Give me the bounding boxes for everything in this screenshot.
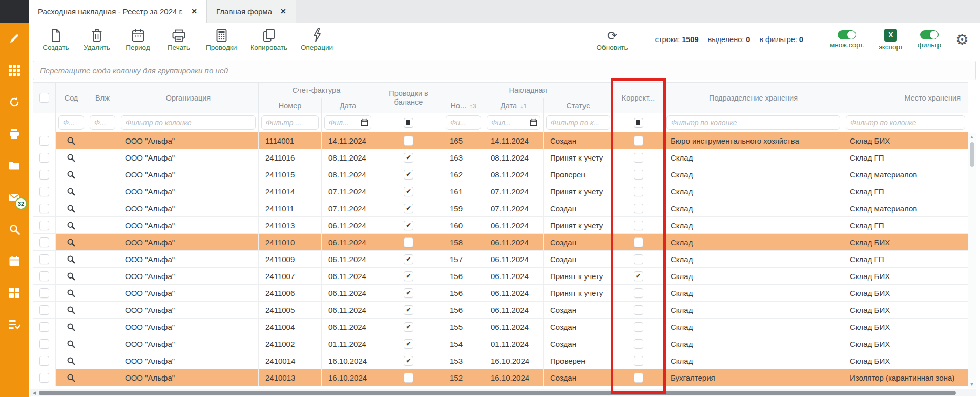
location-filter-input[interactable] bbox=[846, 115, 965, 130]
correction-filter-checkbox[interactable] bbox=[634, 118, 643, 128]
table-row[interactable]: ООО "Альфа"241100906.11.202415706.11.202… bbox=[33, 251, 968, 268]
close-icon[interactable]: ✕ bbox=[191, 7, 197, 15]
filter-toggle[interactable]: фильтр bbox=[918, 30, 941, 49]
column-header-department[interactable]: Подразделение хранения bbox=[664, 83, 843, 113]
sidebar-item-printer-queue[interactable] bbox=[0, 118, 29, 150]
sidebar-item-modules-grid[interactable] bbox=[0, 54, 29, 86]
column-header-invoice-date[interactable]: Дата bbox=[322, 98, 374, 113]
posted-checkbox[interactable] bbox=[404, 288, 413, 298]
table-row[interactable]: ООО "Альфа"241101306.11.202416006.11.202… bbox=[33, 217, 968, 234]
table-row[interactable]: ООО "Альфа"241101006.11.202415806.11.202… bbox=[33, 234, 968, 251]
sidebar-item-sync[interactable] bbox=[0, 86, 29, 118]
scroll-left-icon[interactable]: ◀ bbox=[30, 390, 39, 395]
correction-checkbox[interactable] bbox=[634, 221, 643, 230]
posted-checkbox[interactable] bbox=[404, 271, 413, 281]
posted-checkbox[interactable] bbox=[404, 356, 413, 366]
posted-checkbox[interactable] bbox=[404, 305, 413, 315]
row-select-checkbox[interactable] bbox=[39, 288, 49, 298]
number-filter-input[interactable] bbox=[446, 115, 481, 130]
magnifier-icon[interactable] bbox=[67, 170, 76, 180]
lightning-button[interactable]: Операции bbox=[301, 28, 333, 51]
row-select-checkbox[interactable] bbox=[39, 339, 49, 349]
posted-checkbox[interactable] bbox=[404, 339, 413, 349]
refresh-button[interactable]: ⟳ Обновить bbox=[597, 28, 628, 51]
select-all-checkbox[interactable] bbox=[39, 93, 49, 103]
select-all-header[interactable] bbox=[33, 83, 56, 113]
posted-filter-checkbox[interactable] bbox=[404, 118, 413, 128]
table-row[interactable]: ООО "Альфа"241001316.10.202415216.10.202… bbox=[33, 369, 968, 386]
magnifier-icon[interactable] bbox=[67, 153, 76, 163]
sidebar-item-mail[interactable]: 32 bbox=[0, 182, 29, 213]
vertical-scroll-thumb[interactable] bbox=[970, 142, 974, 167]
horizontal-scroll-thumb[interactable] bbox=[39, 391, 956, 395]
posted-checkbox[interactable] bbox=[404, 204, 413, 213]
correction-checkbox[interactable] bbox=[634, 170, 643, 180]
correction-checkbox[interactable] bbox=[634, 237, 643, 247]
tab-register-2024[interactable]: Расходная накладная - Реестр за 2024 г. … bbox=[29, 0, 206, 23]
correction-checkbox[interactable] bbox=[634, 153, 643, 163]
magnifier-icon[interactable] bbox=[67, 221, 76, 230]
invoice-date-filter-input[interactable] bbox=[324, 115, 371, 130]
sod-filter-input[interactable] bbox=[58, 115, 84, 130]
row-select-checkbox[interactable] bbox=[39, 170, 49, 180]
row-select-checkbox[interactable] bbox=[39, 187, 49, 196]
vlzh-filter-input[interactable] bbox=[90, 115, 115, 130]
sidebar-item-calendar[interactable] bbox=[0, 245, 29, 277]
sidebar-item-tasks-checklist[interactable] bbox=[0, 309, 29, 341]
row-select-checkbox[interactable] bbox=[39, 221, 49, 230]
row-select-checkbox[interactable] bbox=[39, 373, 49, 383]
magnifier-icon[interactable] bbox=[67, 306, 76, 315]
correction-checkbox[interactable] bbox=[634, 288, 643, 298]
invoice-number-filter-input[interactable] bbox=[261, 115, 319, 130]
posted-checkbox[interactable] bbox=[404, 254, 413, 264]
magnifier-icon[interactable] bbox=[67, 187, 76, 196]
correction-checkbox[interactable] bbox=[634, 322, 643, 332]
posted-checkbox[interactable] bbox=[404, 170, 413, 180]
row-select-checkbox[interactable] bbox=[39, 136, 49, 146]
posted-checkbox[interactable] bbox=[404, 221, 413, 230]
copy-button[interactable]: Копировать bbox=[250, 28, 287, 51]
column-header-location[interactable]: Место хранения bbox=[843, 83, 968, 113]
department-filter-input[interactable] bbox=[666, 115, 840, 130]
row-select-checkbox[interactable] bbox=[39, 322, 49, 332]
table-row[interactable]: ООО "Альфа"241101608.11.202416308.11.202… bbox=[33, 149, 968, 166]
organization-filter-input[interactable] bbox=[121, 115, 256, 130]
posted-checkbox[interactable] bbox=[404, 153, 413, 163]
correction-checkbox[interactable] bbox=[634, 373, 643, 383]
column-header-posted[interactable]: Проводки в балансе bbox=[374, 83, 443, 113]
table-row[interactable]: ООО "Альфа"241100606.11.202415606.11.202… bbox=[33, 285, 968, 302]
column-header-date[interactable]: Дата↓1 bbox=[484, 98, 544, 113]
row-select-checkbox[interactable] bbox=[39, 305, 49, 315]
vertical-scrollbar[interactable]: ▲ ▼ bbox=[968, 133, 976, 388]
correction-checkbox[interactable] bbox=[634, 204, 643, 213]
column-header-invoice-number[interactable]: Номер bbox=[259, 98, 322, 113]
table-row[interactable]: ООО "Альфа"241101508.11.202416208.11.202… bbox=[33, 166, 968, 183]
posted-checkbox[interactable] bbox=[404, 136, 413, 146]
magnifier-icon[interactable] bbox=[67, 323, 76, 332]
column-header-organization[interactable]: Организация bbox=[118, 83, 259, 113]
row-select-checkbox[interactable] bbox=[39, 356, 49, 366]
table-row[interactable]: ООО "Альфа"111400114.11.202416514.11.202… bbox=[33, 132, 968, 149]
new-document-button[interactable]: Создать bbox=[42, 28, 70, 51]
magnifier-icon[interactable] bbox=[67, 204, 76, 213]
table-row[interactable]: ООО "Альфа"241101107.11.202415907.11.202… bbox=[33, 200, 968, 217]
correction-checkbox[interactable] bbox=[634, 187, 643, 196]
column-header-sod[interactable]: Сод bbox=[56, 83, 87, 113]
row-select-checkbox[interactable] bbox=[39, 237, 49, 247]
multi-sort-toggle[interactable]: множ.сорт. bbox=[830, 30, 864, 49]
posted-checkbox[interactable] bbox=[404, 322, 413, 332]
row-select-checkbox[interactable] bbox=[39, 254, 49, 264]
sidebar-item-reports-table[interactable] bbox=[0, 277, 29, 309]
correction-checkbox[interactable] bbox=[634, 271, 643, 281]
posted-checkbox[interactable] bbox=[404, 373, 413, 383]
scroll-down-icon[interactable]: ▼ bbox=[968, 380, 976, 388]
correction-checkbox[interactable] bbox=[634, 305, 643, 315]
trash-button[interactable]: Удалить bbox=[83, 28, 111, 51]
table-row[interactable]: ООО "Альфа"241001416.10.202415316.10.202… bbox=[33, 352, 968, 369]
gear-icon[interactable]: ⚙ bbox=[955, 32, 969, 47]
horizontal-scrollbar[interactable]: ◀ bbox=[30, 389, 976, 396]
magnifier-icon[interactable] bbox=[67, 238, 76, 247]
posted-checkbox[interactable] bbox=[404, 187, 413, 196]
column-header-vlzh[interactable]: Влж bbox=[87, 83, 118, 113]
magnifier-icon[interactable] bbox=[67, 356, 76, 366]
